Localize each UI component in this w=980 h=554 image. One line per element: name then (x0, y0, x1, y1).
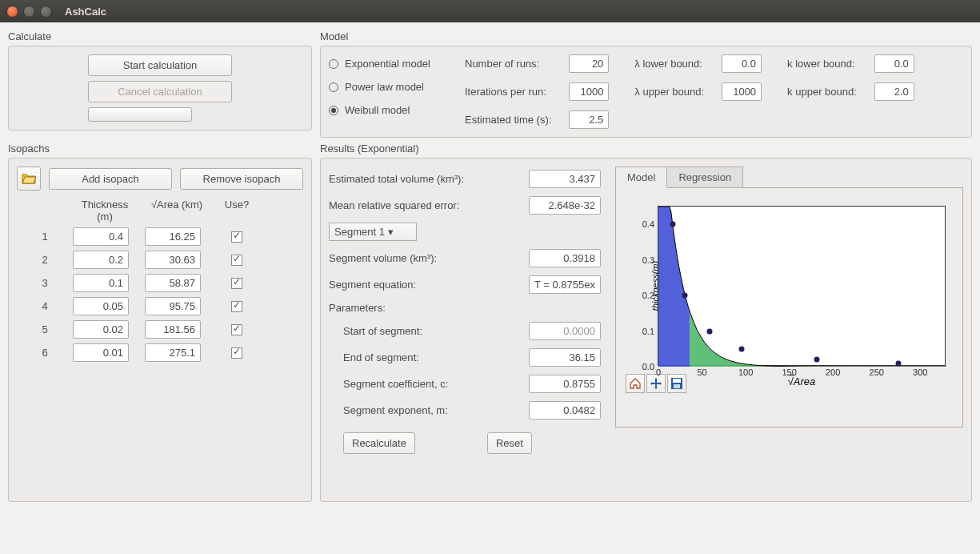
add-isopach-button[interactable]: Add isopach (49, 168, 172, 190)
header-use: Use? (217, 199, 257, 223)
lambda-lower-label: λ lower bound: (634, 58, 704, 70)
svg-rect-2 (674, 384, 680, 388)
k-upper-label: k upper bound: (787, 86, 857, 98)
remove-isopach-button[interactable]: Remove isopach (180, 168, 303, 190)
thickness-input[interactable] (73, 343, 129, 362)
use-checkbox[interactable] (231, 278, 242, 289)
tab-regression[interactable]: Regression (666, 167, 743, 188)
use-checkbox[interactable] (231, 347, 242, 359)
table-row: 2 (25, 251, 303, 269)
time-label: Estimated time (s): (465, 114, 551, 126)
mrse-value[interactable] (529, 196, 601, 215)
use-checkbox[interactable] (231, 255, 242, 266)
recalculate-button[interactable]: Recalculate (343, 432, 415, 454)
radio-weibull[interactable]: Weibull model (329, 104, 449, 116)
y-tick: 0.1 (642, 327, 658, 336)
calculate-label: Calculate (8, 30, 312, 42)
home-icon (629, 377, 642, 390)
data-point (682, 293, 688, 299)
radio-powerlaw-label: Power law model (345, 81, 424, 93)
segment-exp-value[interactable] (529, 401, 601, 420)
row-index: 1 (25, 231, 65, 243)
x-tick: 0 (656, 365, 661, 377)
minimize-icon[interactable] (23, 6, 35, 18)
x-axis-label: √Area (788, 375, 816, 387)
results-section: Results (Exponential) Estimated total vo… (320, 143, 972, 546)
area-input[interactable] (145, 274, 201, 292)
y-tick: 0.2 (642, 291, 658, 300)
runs-label: Number of runs: (465, 58, 551, 70)
runs-input[interactable] (569, 54, 609, 73)
maximize-icon[interactable] (40, 6, 52, 18)
folder-icon (22, 172, 36, 185)
k-lower-input[interactable] (874, 54, 914, 73)
radio-exponential[interactable]: Exponential model (329, 58, 449, 70)
total-volume-label: Estimated total volume (km³): (329, 173, 464, 185)
lambda-lower-input[interactable] (722, 54, 762, 73)
header-area: √Area (km) (145, 199, 209, 223)
use-checkbox[interactable] (231, 324, 242, 335)
thickness-input[interactable] (73, 320, 129, 339)
thickness-input[interactable] (73, 297, 129, 315)
segment-select[interactable]: Segment 1▾ (329, 223, 417, 241)
use-checkbox[interactable] (231, 231, 242, 243)
iter-input[interactable] (569, 82, 609, 101)
row-index: 5 (25, 323, 65, 335)
radio-weibull-label: Weibull model (345, 104, 410, 116)
start-calculation-button[interactable]: Start calculation (88, 54, 232, 76)
x-tick: 150 (782, 365, 796, 377)
use-checkbox[interactable] (231, 301, 242, 312)
segment-start-value (529, 322, 601, 340)
area-input[interactable] (145, 320, 201, 339)
thickness-input[interactable] (73, 227, 129, 246)
area-input[interactable] (145, 251, 201, 269)
lambda-upper-input[interactable] (722, 82, 762, 101)
iter-label: Iterations per run: (465, 86, 551, 98)
parameters-label: Parameters: (329, 302, 386, 314)
area-input[interactable] (145, 343, 201, 362)
segment-equation-value[interactable] (529, 275, 601, 294)
x-tick: 100 (738, 365, 753, 377)
segment-end-value[interactable] (529, 348, 601, 367)
reset-button[interactable]: Reset (487, 432, 532, 454)
data-point (814, 357, 820, 363)
x-tick: 50 (697, 365, 706, 377)
table-row: 4 (25, 297, 303, 315)
x-tick: 300 (913, 365, 927, 377)
segment-coef-value[interactable] (529, 375, 601, 393)
cancel-calculation-button: Cancel calculation (88, 81, 232, 102)
floppy-icon (670, 377, 683, 390)
tab-model[interactable]: Model (615, 167, 667, 188)
segment-end-label: End of segment: (343, 351, 419, 363)
total-volume-value[interactable] (529, 170, 601, 188)
radio-exponential-label: Exponential model (345, 58, 430, 70)
k-lower-label: k lower bound: (787, 58, 857, 70)
model-label: Model (320, 30, 972, 42)
thickness-input[interactable] (73, 274, 129, 292)
area-input[interactable] (145, 297, 201, 315)
calculate-section: Calculate Start calculation Cancel calcu… (8, 30, 312, 138)
table-row: 1 (25, 227, 303, 246)
segment-coef-label: Segment coefficient, c: (343, 378, 448, 390)
area-input[interactable] (145, 227, 201, 246)
table-row: 6 (25, 343, 303, 362)
data-point (896, 360, 902, 366)
row-index: 4 (25, 300, 65, 312)
close-icon[interactable] (6, 6, 18, 18)
window-title: AshCalc (65, 6, 106, 18)
table-row: 3 (25, 274, 303, 292)
table-row: 5 (25, 320, 303, 339)
x-tick: 200 (826, 365, 840, 377)
isopachs-section: Isopachs Add isopach Remove isopach Thic… (8, 143, 312, 546)
open-file-button[interactable] (17, 167, 41, 191)
home-button[interactable] (626, 374, 645, 393)
segment-equation-label: Segment equation: (329, 279, 416, 291)
save-button[interactable] (667, 374, 686, 393)
k-upper-input[interactable] (874, 82, 914, 101)
radio-powerlaw[interactable]: Power law model (329, 81, 449, 93)
time-input[interactable] (569, 110, 609, 129)
plot-area: thickness(m) √Area 0.00.10.20.30.4050100… (615, 187, 963, 428)
segment-volume-value[interactable] (529, 249, 601, 267)
thickness-input[interactable] (73, 251, 129, 269)
row-index: 2 (25, 254, 65, 266)
